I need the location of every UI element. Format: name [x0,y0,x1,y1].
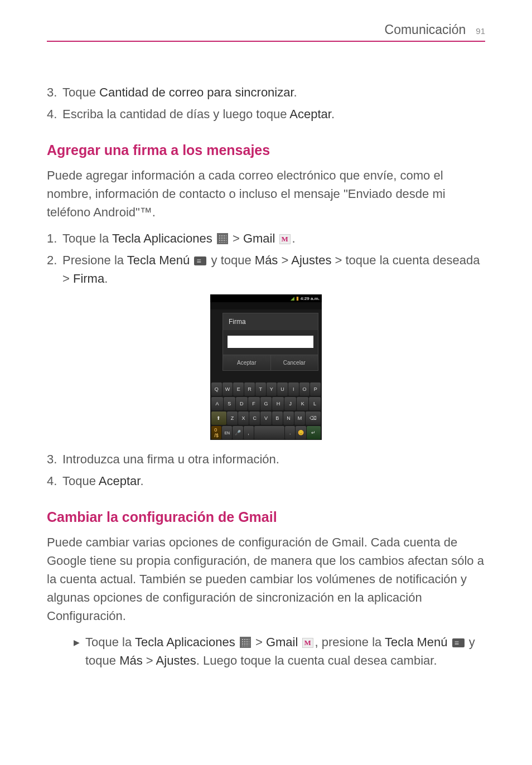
signature-input[interactable] [228,336,313,348]
signature-dialog: Firma Aceptar Cancelar [223,313,318,371]
key-q[interactable]: Q [211,382,222,396]
key-emoji[interactable]: 😊 [296,426,306,439]
heading-add-signature: Agregar una firma a los mensajes [47,142,485,158]
key-period[interactable]: . [285,426,295,439]
step-2-menu-firma: 2. Presione la Tecla Menú y toque Más > … [47,251,485,288]
label-ajustes: Ajustes [291,253,331,267]
phone-bg-row [210,302,322,309]
step-4-days: 4. Escriba la cantidad de días y luego t… [47,105,485,123]
step-body: Presione la Tecla Menú y toque Más > Aju… [62,251,485,288]
label-menu-key: Tecla Menú [127,253,190,267]
phone-keyboard: Q W E R T Y U I O P A S D F G H J K L [210,382,322,440]
step-3-sync: 3. Toque Cantidad de correo para sincron… [47,83,485,101]
label-apps-key: Tecla Aplicaciones [135,635,235,649]
key-comma[interactable]: , [244,426,254,439]
step-number: 2. [47,251,62,288]
key-b[interactable]: B [272,411,283,425]
dialog-button-row: Aceptar Cancelar [223,355,318,370]
phone-screenshot: ◢ ▮ 4:29 a.m. Firma Aceptar Cancelar Q W… [47,294,485,440]
key-w[interactable]: W [223,382,233,396]
paragraph-config-intro: Puede cambiar varias opciones de configu… [47,533,485,625]
key-space[interactable] [254,426,285,439]
apps-icon [217,233,228,244]
key-numeric[interactable]: 0/$ [211,426,221,439]
signal-icon: ◢ [291,296,294,301]
battery-icon: ▮ [296,296,299,301]
kb-row-3: ⬆ Z X C V B N M ⌫ [210,411,322,425]
label-gmail: Gmail [266,635,298,649]
key-p[interactable]: P [310,382,321,396]
key-x[interactable]: X [238,411,249,425]
step-4-accept: 4. Toque Aceptar. [47,472,485,490]
gmail-icon [279,234,291,244]
dialog-cancel-button[interactable]: Cancelar [271,355,318,370]
step-3-enter-signature: 3. Introduzca una firma u otra informaci… [47,450,485,468]
page-header: Comunicación 91 [47,22,485,42]
section-title: Comunicación [385,22,466,37]
key-f[interactable]: F [248,397,260,410]
kb-row-2: A S D F G H J K L [210,396,322,411]
step-body: Toque Aceptar. [62,472,485,490]
key-backspace[interactable]: ⌫ [306,411,321,425]
step-number: 3. [47,83,62,101]
key-m[interactable]: M [294,411,305,425]
key-o[interactable]: O [299,382,310,396]
label-ajustes: Ajustes [156,653,196,667]
key-g[interactable]: G [260,397,272,410]
step-number: 4. [47,472,62,490]
step-body: Escriba la cantidad de días y luego toqu… [62,105,485,123]
key-enter[interactable]: ↵ [307,426,321,439]
key-l[interactable]: L [309,397,321,410]
status-time: 4:29 a.m. [301,296,320,301]
key-e[interactable]: E [233,382,244,396]
key-lang[interactable]: EN [222,426,232,439]
key-mic[interactable]: 🎤 [233,426,243,439]
heading-change-gmail-config: Cambiar la configuración de Gmail [47,509,485,525]
kb-row-1: Q W E R T Y U I O P [210,382,322,396]
kb-row-4: 0/$ EN 🎤 , . 😊 ↵ [210,425,322,440]
step-1-open-gmail: 1. Toque la Tecla Aplicaciones > Gmail . [47,229,485,248]
label-accept: Aceptar [99,474,141,488]
label-firma: Firma [73,272,104,285]
label-gmail: Gmail [243,231,275,245]
key-shift[interactable]: ⬆ [211,411,226,425]
key-t[interactable]: T [255,382,266,396]
key-n[interactable]: N [283,411,294,425]
key-s[interactable]: S [224,397,235,410]
key-h[interactable]: H [272,397,284,410]
key-r[interactable]: R [244,382,255,396]
dialog-accept-button[interactable]: Aceptar [223,355,271,370]
dialog-title: Firma [223,313,318,330]
phone-frame: ◢ ▮ 4:29 a.m. Firma Aceptar Cancelar Q W… [210,294,322,440]
step-number: 4. [47,105,62,123]
key-i[interactable]: I [288,382,299,396]
key-c[interactable]: C [249,411,260,425]
menu-icon [194,256,206,265]
label-menu-key: Tecla Menú [385,635,448,649]
step-number: 1. [47,229,62,248]
gmail-icon [302,638,313,648]
step-number: 3. [47,450,62,468]
key-y[interactable]: Y [267,382,277,396]
key-v[interactable]: V [260,411,271,425]
step-body: Toque la Tecla Aplicaciones > Gmail . [62,229,485,248]
key-d[interactable]: D [236,397,248,410]
menu-icon [452,638,465,647]
step-body: Introduzca una firma u otra información. [62,450,485,468]
label-apps-key: Tecla Aplicaciones [112,231,212,245]
key-j[interactable]: J [284,397,296,410]
bullet-body: Toque la Tecla Aplicaciones > Gmail , pr… [85,633,485,670]
paragraph-signature-intro: Puede agregar información a cada correo … [47,166,485,221]
label-sync-amount: Cantidad de correo para sincronizar [99,85,294,99]
key-a[interactable]: A [211,397,223,410]
apps-icon [240,637,251,648]
label-mas: Más [255,253,278,267]
key-k[interactable]: K [297,397,308,410]
label-mas: Más [119,653,143,667]
label-accept: Aceptar [289,107,331,121]
key-u[interactable]: U [277,382,288,396]
key-z[interactable]: Z [227,411,238,425]
step-body: Toque Cantidad de correo para sincroniza… [62,83,485,101]
bullet-change-settings: ▶ Toque la Tecla Aplicaciones > Gmail , … [74,633,485,670]
bullet-arrow-icon: ▶ [74,637,80,670]
